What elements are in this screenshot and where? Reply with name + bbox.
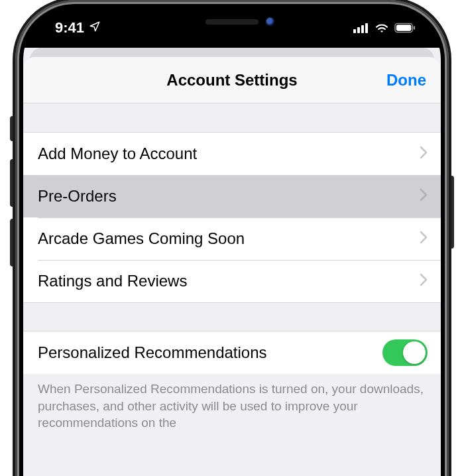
row-personalized-recommendations: Personalized Recommendations (23, 331, 441, 374)
device-screen: 9:41 (23, 8, 441, 476)
device-notch (136, 8, 328, 36)
nav-header: Account Settings Done (23, 57, 441, 103)
personalized-recommendations-toggle[interactable] (382, 339, 428, 366)
row-label: Add Money to Account (38, 145, 420, 163)
section-spacer (23, 302, 441, 331)
modal-card-stack: Account Settings Done Add Money to Accou… (23, 48, 441, 476)
location-icon (89, 21, 101, 36)
battery-icon (394, 23, 416, 33)
row-ratings-reviews[interactable]: Ratings and Reviews (23, 260, 441, 302)
row-arcade-coming-soon[interactable]: Arcade Games Coming Soon (23, 217, 441, 260)
svg-rect-6 (414, 26, 415, 30)
chevron-right-icon (420, 231, 428, 247)
row-label: Pre-Orders (38, 187, 420, 206)
phone-chassis: 9:41 (15, 0, 449, 476)
wifi-icon (375, 23, 389, 33)
chevron-right-icon (420, 146, 428, 162)
power-button (449, 176, 454, 249)
toggle-knob (403, 341, 426, 364)
account-settings-sheet: Account Settings Done Add Money to Accou… (23, 57, 441, 476)
svg-rect-2 (361, 25, 364, 33)
status-time: 9:41 (55, 19, 84, 36)
row-pre-orders[interactable]: Pre-Orders (23, 175, 441, 217)
volume-down-button (10, 219, 15, 267)
cellular-icon (353, 23, 369, 33)
row-label: Arcade Games Coming Soon (38, 229, 420, 248)
svg-rect-1 (357, 27, 360, 33)
row-label: Personalized Recommendations (38, 343, 382, 362)
volume-up-button (10, 159, 15, 207)
done-button[interactable]: Done (386, 71, 426, 89)
page-title: Account Settings (166, 71, 297, 89)
mute-switch (10, 116, 15, 141)
row-label: Ratings and Reviews (38, 272, 420, 290)
svg-rect-3 (365, 23, 368, 33)
svg-rect-5 (396, 25, 412, 30)
row-add-money[interactable]: Add Money to Account (23, 133, 441, 175)
chevron-right-icon (420, 188, 428, 204)
chevron-right-icon (420, 273, 428, 289)
speaker-grille (205, 19, 259, 25)
front-camera (266, 17, 275, 27)
section-spacer (23, 103, 441, 133)
section-footer-text: When Personalized Recommendations is tur… (23, 374, 441, 432)
svg-rect-0 (353, 29, 356, 33)
